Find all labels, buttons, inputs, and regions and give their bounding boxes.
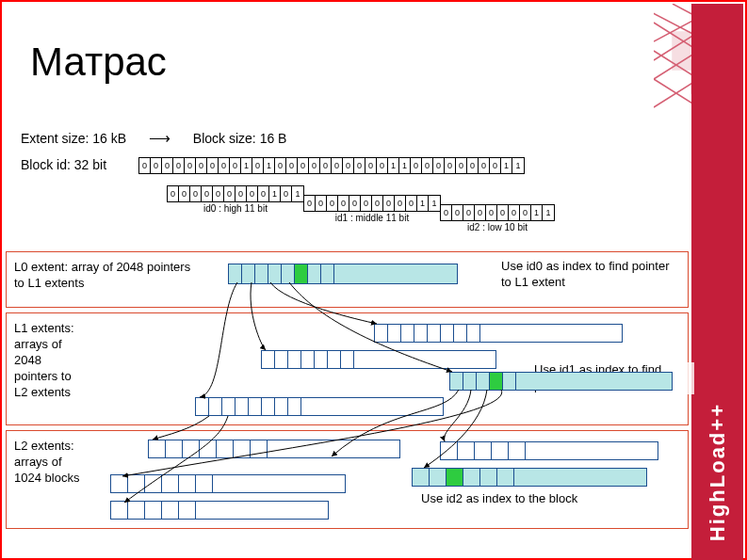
bits-32: 0000000001010000000000110000000011 — [138, 157, 525, 174]
use-id0-text: Use id0 as index to find pointer to L1 e… — [501, 259, 671, 291]
block-id-row: Block id: 32 bit 00000000010100000000001… — [21, 157, 525, 174]
l2-extent-4 — [110, 474, 346, 493]
extent-size-label: Extent size: 16 kB — [21, 131, 126, 146]
block-size-label: Block size: 16 B — [193, 131, 287, 146]
l2-extent-1 — [148, 440, 400, 458]
id1-label: id1 : middle 11 bit — [303, 213, 441, 223]
l2-text: L2 extents: arrays of 1024 blocks — [14, 439, 79, 487]
l2-extent-5 — [110, 501, 329, 520]
l0-extent — [228, 264, 458, 284]
l0-text: L0 extent: array of 2048 pointers to L1 … — [14, 260, 203, 292]
page-title: Матрас — [30, 40, 167, 85]
l1-extent-1 — [374, 324, 623, 343]
id-breakdown: 000000000101id0 : high 11 bit 0000000000… — [167, 185, 554, 234]
size-row: Extent size: 16 kB ⟶ Block size: 16 B — [21, 129, 286, 147]
id0-label: id0 : high 11 bit — [167, 203, 304, 214]
block-id-label: Block id: 32 bit — [21, 157, 106, 172]
l2-extent-selected — [412, 468, 647, 487]
l1-extent-2 — [261, 350, 496, 369]
l1-extent-4 — [195, 397, 444, 416]
brand-sidebar: HighLoad++ — [691, 4, 743, 560]
arrow-icon: ⟶ — [149, 129, 171, 147]
l1-extent-selected — [449, 372, 673, 391]
brand-text: HighLoad++ — [706, 403, 730, 541]
l2-extent-2 — [440, 441, 658, 460]
slide-frame: HighLoad++ Матрас Extent size: 16 kB ⟶ B… — [0, 0, 747, 560]
id2-label: id2 : low 10 bit — [440, 222, 555, 232]
l1-text: L1 extents: arrays of 2048 pointers to L… — [14, 321, 74, 400]
use-id2-text: Use id2 as index to the block — [421, 491, 577, 507]
